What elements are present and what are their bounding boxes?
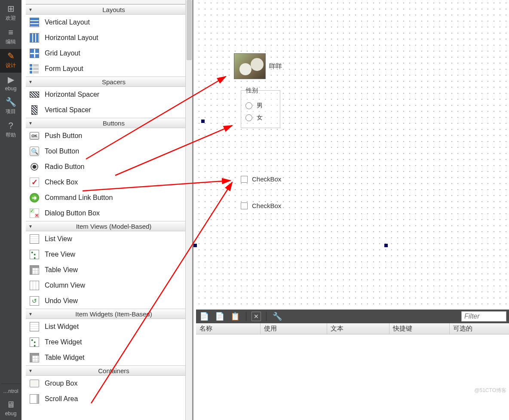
radio-icon [245,114,252,121]
widget-item[interactable]: ↺Undo View [26,293,192,309]
scroll-thumb[interactable] [187,0,192,60]
mode-edit[interactable]: ≡编辑 [0,25,21,49]
col-icon [29,280,40,291]
table-icon [29,353,40,363]
widget-item[interactable]: Dialog Button Box [26,205,192,221]
mode-help[interactable]: ?帮助 [0,119,21,142]
widget-item[interactable]: Horizontal Spacer [26,87,192,102]
category-header[interactable]: ▼Layouts [26,4,192,15]
mode-debug-bottom[interactable]: 🖥ebug [0,398,21,420]
widget-item[interactable]: Tree Widget [26,334,192,350]
th-shortcut[interactable]: 快捷键 [389,323,450,334]
radio-icon [29,162,40,172]
mode-design[interactable]: ✎设计 [0,49,21,73]
widget-label: Vertical Spacer [45,106,91,114]
mode-projects[interactable]: 🔧项目 [0,95,21,119]
mode-label: ebug [5,86,17,92]
widget-item[interactable]: Tree View [26,247,192,262]
widget-label: Command Link Button [45,194,113,202]
widget-label: Push Button [45,132,82,140]
checkbox-1[interactable]: CheckBox [241,175,281,183]
radio-male[interactable]: 男 [245,102,276,110]
tool-icon: 🔍 [29,146,40,156]
form-canvas[interactable]: 咩咩 性别 男 女 CheckBox CheckBox [196,0,509,310]
groupbox-title: 性别 [245,87,259,95]
separator [266,312,267,321]
watermark: @51CTO博客 [474,387,506,394]
widget-item[interactable]: Vertical Layout [26,15,192,30]
checkbox-2[interactable]: CheckBox [241,202,281,209]
category-header[interactable]: ▼Buttons [26,118,192,128]
radio-icon [245,102,252,109]
widget-item[interactable]: Table View [26,262,192,278]
widget-item[interactable]: Vertical Spacer [26,102,192,118]
radio-label: 男 [257,102,263,110]
list-icon [29,322,40,332]
category-title: Item Widgets (Item-Based) [35,310,192,318]
mode-control[interactable]: …ntrol [0,386,21,398]
filter-input[interactable] [461,311,506,322]
widget-item[interactable]: List View [26,231,192,247]
category-header[interactable]: ▼Spacers [26,77,192,87]
widget-label: Grid Layout [45,49,80,57]
chevron-down-icon: ▼ [26,312,35,316]
widget-item[interactable]: 🔍Tool Button [26,144,192,159]
configure-icon[interactable]: 🔧 [272,311,283,322]
widget-item[interactable]: List Widget [26,319,192,334]
widget-label: Form Layout [45,65,83,73]
radio-female[interactable]: 女 [245,114,276,122]
category-title: Containers [35,367,192,374]
widget-item[interactable]: Grid Layout [26,46,192,61]
th-text[interactable]: 文本 [327,323,389,334]
checkbox-label: CheckBox [252,202,281,209]
chevron-down-icon: ▼ [26,368,35,373]
selection-handle[interactable] [384,244,388,247]
chevron-down-icon: ▼ [26,7,35,12]
widget-item[interactable]: Scroll Area [26,391,192,407]
scrollbar[interactable] [185,0,192,420]
btn-icon: OK [29,131,40,141]
widget-label: Tree View [45,251,75,258]
new-action-icon[interactable]: 📄 [199,311,210,322]
wrench-icon: 🔧 [6,98,16,106]
widget-item[interactable]: Group Box [26,376,192,391]
th-name[interactable]: 名称 [196,323,261,334]
widget-item[interactable]: ➜Command Link Button [26,190,192,205]
widget-item[interactable]: Radio Button [26,159,192,175]
widget-label: List View [45,235,72,243]
selection-handle[interactable] [193,244,197,247]
widget-item[interactable]: Table Widget [26,350,192,365]
widget-item[interactable]: Form Layout [26,61,192,77]
paste-action-icon[interactable]: 📋 [230,311,241,322]
chevron-down-icon: ▼ [26,121,35,126]
selection-handle[interactable] [201,120,205,123]
widget-item[interactable]: Horizontal Layout [26,30,192,46]
delete-action-icon[interactable]: ✕ [251,312,261,321]
mode-welcome[interactable]: ⊞欢迎 [0,2,21,25]
checkbox-icon [241,176,248,183]
mode-label: 欢迎 [6,15,16,22]
widget-label: Table Widget [45,354,85,362]
widget-item[interactable]: OKPush Button [26,128,192,144]
tool-button-widget[interactable]: 咩咩 [234,53,282,79]
edit-icon: ≡ [8,28,13,37]
mode-debug[interactable]: ▶ebug [0,73,21,95]
copy-action-icon[interactable]: 📄 [214,311,225,322]
gender-groupbox[interactable]: 性别 男 女 [241,90,280,128]
mode-label: 帮助 [6,132,16,139]
category-header[interactable]: ▼Item Widgets (Item-Based) [26,309,192,319]
tree-icon [29,337,40,347]
th-used[interactable]: 使用 [261,323,327,334]
widget-item[interactable]: Column View [26,278,192,293]
mode-label: 设计 [6,62,16,69]
th-checkable[interactable]: 可选的 [450,323,509,334]
widget-label: Undo View [45,297,78,305]
mode-label: 编辑 [6,38,16,46]
checkbox-label: CheckBox [252,175,281,183]
widget-item[interactable]: ✓Check Box [26,175,192,190]
hlayout-icon [29,33,40,43]
category-header[interactable]: ▼Item Views (Model-Based) [26,221,192,231]
category-header[interactable]: ▼Containers [26,365,192,376]
mode-label: ebug [5,411,17,417]
widget-label: Vertical Layout [45,18,90,26]
